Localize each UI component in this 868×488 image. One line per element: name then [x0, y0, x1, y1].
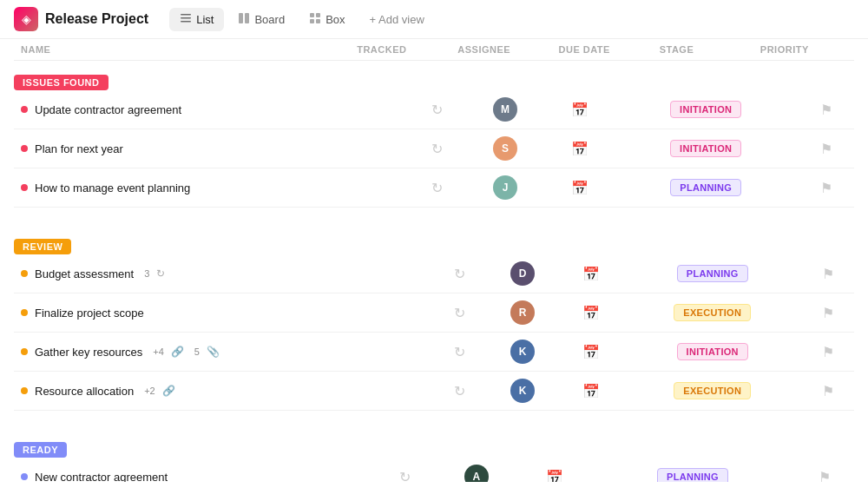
task-name-cell: Update contractor agreement	[14, 90, 410, 129]
priority-cell: ⚑	[803, 333, 854, 372]
section-review: REVIEW Budget assessment 3 ↻ ↻	[14, 239, 854, 411]
project-title: Release Project	[45, 11, 148, 27]
main-content: NAME TRACKED ASSIGNEE DUE DATE STAGE PRI…	[0, 39, 868, 482]
task-dot	[21, 145, 28, 152]
tab-list-label: List	[196, 13, 214, 26]
svg-rect-3	[239, 13, 243, 23]
task-dot	[21, 348, 28, 355]
table-row[interactable]: Gather key resources +4 🔗 5 📎 ↻ K	[14, 333, 854, 372]
flag-icon: ⚑	[822, 384, 834, 399]
assignee-cell: J	[464, 168, 547, 208]
svg-rect-1	[181, 17, 191, 19]
calendar-icon: 📅	[582, 384, 600, 399]
tab-board-label: Board	[254, 13, 285, 26]
due-date-cell: 📅	[547, 90, 615, 129]
calendar-icon: 📅	[582, 345, 600, 359]
task-name: Budget assessment	[35, 267, 134, 280]
task-name: Resource allocation	[35, 385, 134, 398]
task-name-cell: Resource allocation +2 🔗	[14, 372, 435, 411]
task-count: +4	[153, 346, 164, 357]
col-name: NAME	[14, 39, 350, 61]
flag-icon: ⚑	[822, 306, 834, 320]
svg-rect-0	[181, 14, 191, 16]
priority-cell: ⚑	[798, 168, 854, 208]
avatar: M	[493, 97, 517, 122]
task-dot	[21, 106, 28, 113]
ready-table: New contractor agreement ↻ A 📅 PLANNING	[14, 458, 854, 482]
task-name-cell: Plan for next year	[14, 129, 410, 168]
calendar-icon: 📅	[571, 102, 589, 117]
tab-box[interactable]: Box	[299, 8, 355, 31]
stage-cell: PLANNING	[622, 254, 803, 293]
stage-badge: INITIATION	[677, 343, 748, 360]
section-ready: READY New contractor agreement ↻	[14, 442, 854, 482]
flag-icon: ⚑	[822, 345, 834, 359]
tab-board[interactable]: Board	[227, 8, 295, 31]
avatar: J	[493, 175, 517, 200]
tracked-cell: ↻	[410, 129, 464, 168]
task-dot	[21, 184, 28, 191]
col-due-date: DUE DATE	[552, 39, 653, 61]
section-review-header: REVIEW	[14, 239, 854, 254]
flag-icon: ⚑	[822, 267, 834, 281]
col-tracked: TRACKED	[350, 39, 450, 61]
table-row[interactable]: Plan for next year ↻ S 📅 INITIATION	[14, 129, 854, 168]
table-row[interactable]: Update contractor agreement ↻ M 📅 INITIA…	[14, 90, 854, 129]
tracked-cell: ↻	[435, 333, 484, 372]
task-name-cell: New contractor agreement	[14, 458, 377, 482]
calendar-icon: 📅	[546, 470, 563, 483]
svg-rect-8	[316, 19, 320, 23]
task-dot	[21, 387, 28, 394]
calendar-icon: 📅	[571, 181, 589, 195]
avatar: K	[510, 379, 535, 403]
tab-list[interactable]: List	[169, 8, 224, 31]
task-table: NAME TRACKED ASSIGNEE DUE DATE STAGE PRI…	[14, 39, 854, 61]
review-badge: REVIEW	[14, 239, 71, 254]
svg-rect-6	[316, 13, 320, 17]
stage-badge: PLANNING	[657, 468, 728, 482]
section-ready-header: READY	[14, 442, 854, 458]
add-view-label: + Add view	[370, 13, 424, 26]
tracked-icon: ↻	[399, 470, 411, 483]
ready-badge: READY	[14, 442, 67, 458]
stage-cell: INITIATION	[614, 129, 798, 168]
table-row[interactable]: Resource allocation +2 🔗 ↻ K 📅	[14, 372, 854, 411]
task-name-cell: Finalize project scope	[14, 293, 435, 333]
col-stage: STAGE	[653, 39, 753, 61]
avatar: D	[510, 261, 535, 286]
task-name: New contractor agreement	[35, 471, 168, 483]
tracked-icon: ↻	[431, 102, 443, 117]
priority-cell: ⚑	[803, 293, 854, 333]
stage-cell: EXECUTION	[622, 372, 803, 411]
task-dot	[21, 473, 28, 480]
tracked-cell: ↻	[435, 372, 484, 411]
assignee-cell: R	[484, 293, 560, 333]
table-row[interactable]: New contractor agreement ↻ A 📅 PLANNING	[14, 458, 854, 482]
task-name-cell: Budget assessment 3 ↻	[14, 254, 435, 293]
tracked-icon: ↻	[454, 384, 465, 399]
assignee-cell: A	[433, 458, 519, 482]
task-name-cell: How to manage event planning	[14, 168, 410, 208]
task-name-cell: Gather key resources +4 🔗 5 📎	[14, 333, 435, 372]
task-dot	[21, 270, 28, 277]
task-name: Update contractor agreement	[35, 103, 181, 116]
table-row[interactable]: Finalize project scope ↻ R 📅 EXECUTION	[14, 293, 854, 333]
table-row[interactable]: Budget assessment 3 ↻ ↻ D 📅	[14, 254, 854, 293]
flag-icon: ⚑	[820, 142, 832, 156]
add-view-button[interactable]: + Add view	[359, 8, 435, 31]
view-tabs: List Board Box + Add view	[169, 8, 435, 31]
box-icon	[309, 12, 321, 27]
stage-cell: EXECUTION	[622, 293, 803, 333]
avatar: R	[510, 300, 535, 325]
col-assignee: ASSIGNEE	[450, 39, 551, 61]
task-name: How to manage event planning	[35, 181, 190, 195]
review-table: Budget assessment 3 ↻ ↻ D 📅	[14, 254, 854, 411]
table-row[interactable]: How to manage event planning ↻ J 📅 PLANN…	[14, 168, 854, 208]
assignee-cell: S	[464, 129, 547, 168]
stage-badge: PLANNING	[677, 265, 748, 282]
due-date-cell: 📅	[561, 293, 622, 333]
board-icon	[238, 12, 250, 27]
avatar: S	[493, 136, 517, 161]
due-date-cell: 📅	[561, 333, 622, 372]
stage-cell: INITIATION	[622, 333, 803, 372]
